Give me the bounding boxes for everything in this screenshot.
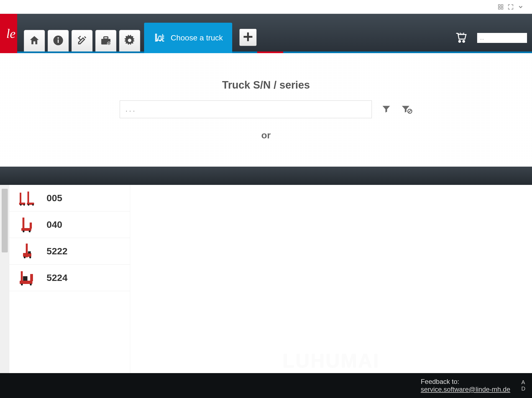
forklift-thumbnail-icon (17, 243, 37, 260)
tools-icon (76, 35, 88, 47)
watermark-text: LUHUMAI (283, 350, 380, 372)
tab-choose-truck-label: Choose a truck (171, 33, 223, 42)
svg-point-21 (20, 204, 22, 206)
svg-rect-8 (104, 37, 108, 39)
add-tab-button[interactable] (239, 29, 257, 46)
header-right-group: ... (454, 30, 527, 45)
list-item-label: 005 (47, 193, 62, 203)
truck-search-panel: Truck S/N / series or (0, 53, 532, 167)
forklift-thumbnail-icon (17, 270, 37, 286)
forklift-icon (154, 31, 166, 45)
home-icon (29, 35, 40, 47)
list-item-label: 5224 (47, 272, 68, 283)
grid-icon[interactable] (498, 4, 504, 10)
footer-right-a: A (521, 379, 525, 386)
svg-point-40 (30, 283, 32, 285)
or-separator: or (261, 130, 271, 141)
gear-icon (124, 34, 136, 48)
truck-series-sidebar: 005 040 5222 5224 (9, 185, 130, 373)
search-panel-title: Truck S/N / series (222, 79, 310, 91)
cart-icon[interactable] (454, 30, 468, 45)
svg-point-14 (463, 40, 465, 42)
footer-feedback-label: Feedback to: (421, 378, 510, 386)
svg-rect-19 (27, 192, 29, 204)
browser-toolbar (0, 0, 532, 14)
svg-rect-37 (30, 274, 33, 281)
svg-text:⚙: ⚙ (108, 42, 110, 45)
header-search-placeholder: ... (480, 35, 484, 41)
plus-icon (243, 32, 253, 43)
list-item[interactable]: 005 (9, 185, 130, 211)
nav-tools-button[interactable] (71, 30, 93, 51)
svg-point-13 (459, 40, 461, 42)
nav-settings-button[interactable] (119, 30, 140, 51)
brand-logo-text: le (6, 26, 16, 41)
app-footer: Feedback to: service.software@linde-mh.d… (0, 373, 532, 398)
clear-filter-icon[interactable] (401, 104, 412, 115)
filter-icon[interactable] (381, 104, 391, 115)
footer-feedback-email-link[interactable]: service.software@linde-mh.de (421, 386, 510, 393)
svg-rect-38 (23, 276, 27, 281)
svg-rect-5 (58, 39, 59, 43)
scrollbar-thumb[interactable] (2, 189, 8, 252)
tab-choose-truck[interactable]: Choose a truck (144, 23, 232, 53)
section-divider (0, 167, 532, 185)
svg-point-11 (156, 40, 158, 41)
svg-point-28 (23, 230, 25, 232)
svg-point-29 (29, 230, 31, 232)
chevron-down-icon[interactable] (518, 4, 524, 10)
footer-feedback: Feedback to: service.software@linde-mh.d… (421, 378, 510, 393)
search-row (120, 100, 412, 118)
svg-point-22 (23, 204, 25, 206)
nav-home-button[interactable] (24, 30, 45, 51)
svg-rect-32 (28, 251, 31, 254)
forklift-thumbnail-icon (17, 190, 37, 206)
svg-rect-31 (23, 253, 31, 257)
nav-toolbox-button[interactable]: ⚙ (95, 30, 116, 51)
svg-point-39 (21, 283, 23, 285)
content-area: 005 040 5222 5224 LUHUMAI (0, 185, 532, 373)
brand-logo: le (0, 14, 17, 53)
info-icon (52, 35, 64, 47)
svg-rect-27 (30, 223, 32, 229)
svg-rect-3 (501, 7, 503, 9)
svg-point-23 (28, 204, 29, 206)
active-tab-underline (257, 51, 283, 53)
nav-info-button[interactable] (48, 30, 69, 51)
svg-rect-1 (501, 4, 503, 6)
header-search-input[interactable]: ... (477, 33, 527, 43)
svg-line-16 (409, 110, 411, 113)
svg-rect-0 (498, 4, 500, 6)
list-item-label: 040 (47, 219, 62, 230)
expand-icon[interactable] (508, 4, 514, 10)
toolbox-icon: ⚙ (100, 34, 112, 48)
app-header: le ⚙ (0, 14, 532, 53)
main-content-area: LUHUMAI (130, 185, 532, 373)
svg-point-33 (24, 256, 26, 258)
footer-right-edge: A D (521, 379, 525, 392)
list-item-label: 5222 (47, 246, 68, 257)
svg-rect-2 (498, 7, 500, 9)
list-item[interactable]: 5222 (9, 238, 130, 265)
forklift-thumbnail-icon (17, 216, 37, 233)
svg-rect-17 (20, 193, 21, 204)
serial-number-input[interactable] (120, 100, 372, 118)
svg-point-12 (159, 40, 161, 41)
scrollbar-vertical[interactable] (0, 185, 9, 373)
svg-point-6 (58, 37, 59, 38)
list-item[interactable]: 5224 (9, 265, 130, 291)
list-item[interactable]: 040 (9, 211, 130, 238)
nav-icon-group: ⚙ (17, 14, 140, 51)
svg-point-24 (32, 204, 34, 206)
svg-point-34 (29, 256, 31, 258)
footer-right-d: D (521, 386, 525, 392)
